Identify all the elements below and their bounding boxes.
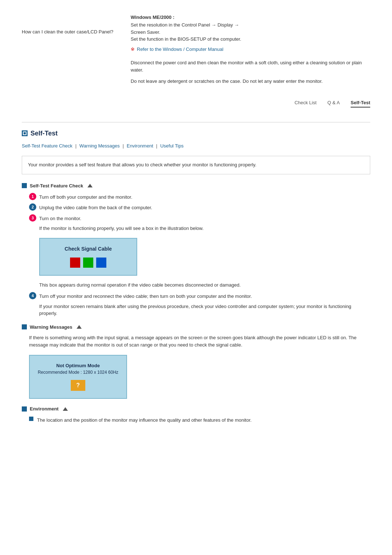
sub-nav-useful-tips[interactable]: Useful Tips <box>160 143 183 149</box>
env-bullet <box>29 417 33 421</box>
step-4-num: 4 <box>29 292 36 299</box>
step-1: 1 Turn off both your computer and the mo… <box>22 193 370 201</box>
step-1-text: Turn off both your computer and the moni… <box>39 193 132 201</box>
tab-checklist[interactable]: Check List <box>294 100 317 108</box>
warning-monitor-title: Not Optimum Mode <box>36 363 121 368</box>
color-sq-green <box>83 258 93 268</box>
tab-qa[interactable]: Q & A <box>327 100 340 108</box>
refer-symbol: ※ <box>131 46 135 52</box>
env-item-text: The location and the position of the mon… <box>37 416 252 424</box>
triangle-icon-feature <box>87 184 93 187</box>
step-2: 2 Unplug the video cable from the back o… <box>22 203 370 211</box>
step-4-sub: If your monitor screen remains blank aft… <box>22 303 370 317</box>
env-item: The location and the position of the mon… <box>22 416 370 424</box>
step-2-text: Unplug the video cable from the back of … <box>39 203 152 211</box>
color-sq-red <box>70 258 80 268</box>
warning-messages-title: Warning Messages <box>30 324 72 330</box>
monitor-box-title: Check Signal Cable <box>47 246 129 252</box>
sub-nav: Self-Test Feature Check | Warning Messag… <box>22 143 370 149</box>
refer-note: ※ Refer to the Windows / Computer Manual <box>131 46 370 52</box>
sub-nav-warning-messages[interactable]: Warning Messages <box>79 143 120 149</box>
faq-question: How can I clean the outer case/LCD Panel… <box>22 29 113 35</box>
tab-selftest[interactable]: Self-Test <box>351 100 370 108</box>
feature-check-title: Self-Test Feature Check <box>30 183 83 189</box>
self-test-heading: Self-Test <box>22 130 370 137</box>
step-2-num: 2 <box>29 203 36 211</box>
environment-heading: Environment <box>22 406 370 412</box>
step-4-text: Turn off your monitor and reconnect the … <box>39 292 252 300</box>
box-note: This box appears during normal operation… <box>22 281 370 289</box>
color-sq-blue <box>96 258 106 268</box>
sub-nav-feature-check[interactable]: Self-Test Feature Check <box>22 143 72 149</box>
warning-monitor-box: Not Optimum Mode Recommended Mode : 1280… <box>29 355 127 399</box>
step-3: 3 Turn on the monitor. <box>22 214 370 222</box>
monitor-illustration: Check Signal Cable <box>39 238 137 276</box>
answer-block-2: Do not leave any detergent or scratches … <box>131 78 370 85</box>
windows-text: Set the resolution in the Control Panel … <box>131 21 370 43</box>
step-1-num: 1 <box>29 193 36 200</box>
refer-link[interactable]: Refer to the Windows / Computer Manual <box>137 46 223 52</box>
color-squares <box>47 258 129 268</box>
step-3-sub: If the monitor is functioning properly, … <box>22 225 370 232</box>
section-title: Self-Test <box>30 130 58 137</box>
environment-title: Environment <box>30 406 58 412</box>
step-3-num: 3 <box>29 214 36 222</box>
step-4: 4 Turn off your monitor and reconnect th… <box>22 292 370 300</box>
heading-icon <box>22 130 28 136</box>
windows-label: Windows ME/2000 : <box>131 15 370 20</box>
info-box: Your monitor provides a self test featur… <box>22 156 370 174</box>
warning-monitor-subtitle: Recommended Mode : 1280 x 1024 60Hz <box>36 370 121 375</box>
feature-check-heading: Self-Test Feature Check <box>22 183 370 189</box>
sub-nav-environment[interactable]: Environment <box>127 143 153 149</box>
d-icon-env <box>22 406 27 412</box>
answer-block-1: Disconnect the power cord and then clean… <box>131 59 370 74</box>
warning-text: If there is something wrong with the inp… <box>22 334 370 349</box>
triangle-icon-env <box>63 407 68 411</box>
question-box: ? <box>71 380 85 391</box>
warning-messages-heading: Warning Messages <box>22 324 370 330</box>
nav-tabs: Check List Q & A Self-Test <box>22 96 370 111</box>
triangle-icon-warning <box>77 325 82 329</box>
step-3-text: Turn on the monitor. <box>39 214 81 222</box>
divider <box>22 122 370 122</box>
d-icon-feature <box>22 183 27 188</box>
d-icon-warning <box>22 324 27 329</box>
